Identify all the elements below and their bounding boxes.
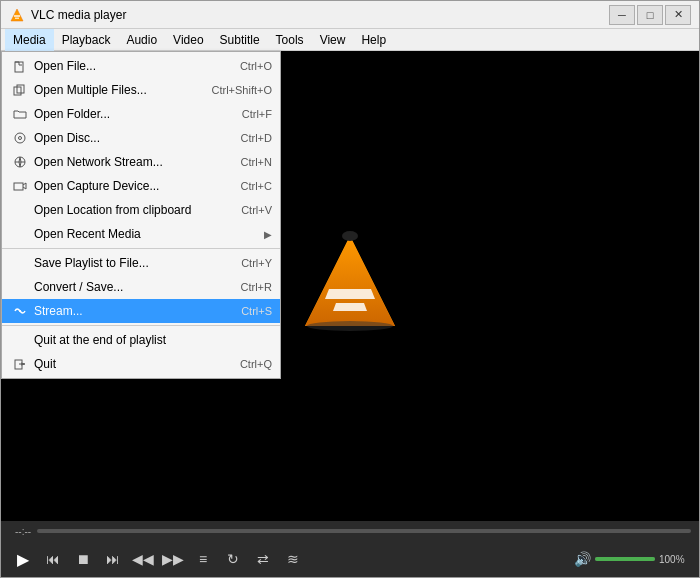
menu-stream[interactable]: Stream... Ctrl+S [2, 299, 280, 323]
open-folder-icon [10, 106, 30, 122]
timeline-bar: --:-- [1, 521, 699, 541]
rewind-button[interactable]: ◀◀ [129, 545, 157, 573]
menu-playback[interactable]: Playback [54, 29, 119, 51]
play-button[interactable]: ▶ [9, 545, 37, 573]
svg-point-18 [342, 231, 358, 241]
open-multiple-icon [10, 82, 30, 98]
menu-audio[interactable]: Audio [118, 29, 165, 51]
menu-quit[interactable]: Quit Ctrl+Q [2, 352, 280, 376]
open-capture-icon [10, 178, 30, 194]
menu-open-capture[interactable]: Open Capture Device... Ctrl+C [2, 174, 280, 198]
menu-bar: Media Playback Audio Video Subtitle Tool… [1, 29, 699, 51]
quit-icon [10, 356, 30, 372]
svg-marker-15 [305, 236, 395, 326]
stop-button[interactable]: ⏹ [69, 545, 97, 573]
quit-end-icon [10, 332, 30, 348]
menu-open-file[interactable]: Open File... Ctrl+O [2, 54, 280, 78]
title-bar: VLC media player ─ □ ✕ [1, 1, 699, 29]
menu-subtitle[interactable]: Subtitle [212, 29, 268, 51]
volume-bar[interactable] [595, 557, 655, 561]
volume-fill [595, 557, 655, 561]
volume-icon: 🔊 [574, 551, 591, 567]
menu-open-location[interactable]: Open Location from clipboard Ctrl+V [2, 198, 280, 222]
close-button[interactable]: ✕ [665, 5, 691, 25]
next-button[interactable]: ⏭ [99, 545, 127, 573]
menu-open-recent[interactable]: Open Recent Media ▶ [2, 222, 280, 246]
prev-button[interactable]: ⏮ [39, 545, 67, 573]
loop-button[interactable]: ↻ [219, 545, 247, 573]
svg-marker-17 [333, 303, 367, 311]
open-network-icon [10, 154, 30, 170]
svg-point-7 [19, 137, 22, 140]
convert-save-icon [10, 279, 30, 295]
open-disc-icon [10, 130, 30, 146]
svg-rect-1 [14, 15, 20, 17]
minimize-button[interactable]: ─ [609, 5, 635, 25]
volume-section: 🔊 100% [574, 551, 691, 567]
volume-label: 100% [659, 554, 691, 565]
stream-icon [10, 303, 30, 319]
separator-1 [2, 248, 280, 249]
menu-media[interactable]: Media [5, 29, 54, 51]
window-title: VLC media player [31, 8, 609, 22]
svg-point-11 [19, 310, 21, 312]
menu-open-folder[interactable]: Open Folder... Ctrl+F [2, 102, 280, 126]
extended-button[interactable]: ≋ [279, 545, 307, 573]
title-bar-controls: ─ □ ✕ [609, 5, 691, 25]
controls-bar: ▶ ⏮ ⏹ ⏭ ◀◀ ▶▶ ≡ ↻ ⇄ ≋ 🔊 100% [1, 541, 699, 577]
app-icon [9, 7, 25, 23]
svg-marker-16 [325, 289, 375, 299]
shuffle-button[interactable]: ⇄ [249, 545, 277, 573]
svg-rect-10 [14, 183, 23, 190]
maximize-button[interactable]: □ [637, 5, 663, 25]
svg-point-19 [307, 321, 393, 331]
timeline-track[interactable] [37, 529, 691, 533]
menu-view[interactable]: View [312, 29, 354, 51]
svg-point-6 [15, 133, 25, 143]
forward-button[interactable]: ▶▶ [159, 545, 187, 573]
open-file-icon [10, 58, 30, 74]
menu-video[interactable]: Video [165, 29, 211, 51]
menu-convert-save[interactable]: Convert / Save... Ctrl+R [2, 275, 280, 299]
menu-quit-end[interactable]: Quit at the end of playlist [2, 328, 280, 352]
open-location-icon [10, 202, 30, 218]
menu-open-disc[interactable]: Open Disc... Ctrl+D [2, 126, 280, 150]
menu-help[interactable]: Help [353, 29, 394, 51]
svg-rect-2 [15, 17, 19, 19]
timeline-current: --:-- [15, 526, 31, 537]
save-playlist-icon [10, 255, 30, 271]
separator-2 [2, 325, 280, 326]
open-recent-icon [10, 226, 30, 242]
vlc-window: VLC media player ─ □ ✕ Media Playback Au… [0, 0, 700, 578]
toggle-playlist-button[interactable]: ≡ [189, 545, 217, 573]
menu-open-network[interactable]: Open Network Stream... Ctrl+N [2, 150, 280, 174]
vlc-logo [300, 231, 400, 341]
media-dropdown: Open File... Ctrl+O Open Multiple Files.… [1, 51, 281, 379]
menu-save-playlist[interactable]: Save Playlist to File... Ctrl+Y [2, 251, 280, 275]
menu-tools[interactable]: Tools [268, 29, 312, 51]
menu-open-multiple[interactable]: Open Multiple Files... Ctrl+Shift+O [2, 78, 280, 102]
